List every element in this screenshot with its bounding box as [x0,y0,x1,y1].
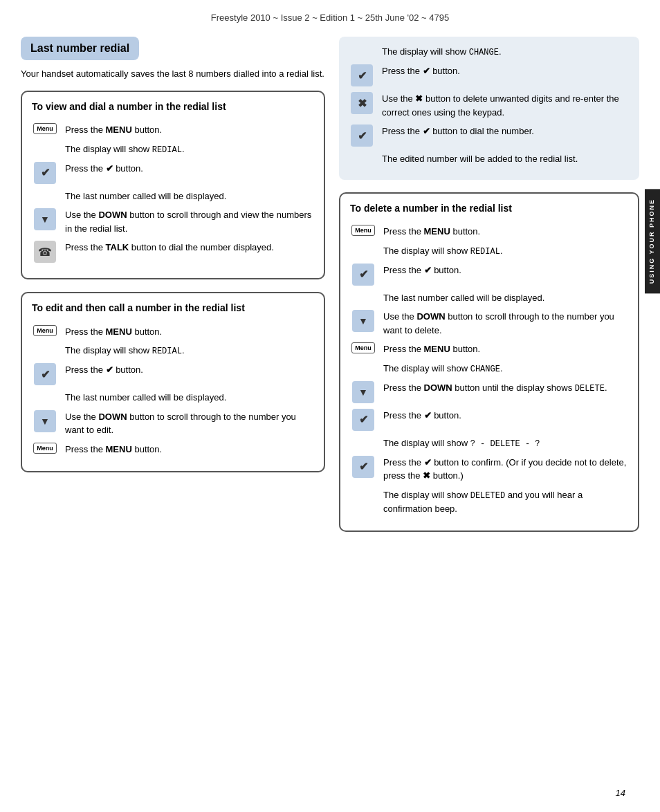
step-row: ✔ Press the ✔ button. [32,162,314,184]
step-row: The display will show CHANGE. [350,362,628,376]
step-row: The display will show REDIAL. [32,344,314,358]
step-row: ▼ Use the DOWN button to scroll through … [32,208,314,235]
step-row: The display will show REDIAL. [350,244,628,258]
step-row: Menu Press the MENU button. [32,123,314,137]
menu-button-icon: Menu [32,123,58,134]
right-column: The display will show CHANGE. ✔ Press th… [339,37,639,544]
step-row: ✔ Press the ✔ button to dial the number. [349,124,630,147]
view-dial-title: To view and dial a number in the redial … [32,100,314,114]
menu-button-icon: Menu [350,342,376,353]
step-row: The last number called will be displayed… [32,391,314,405]
step-row: ▼ Press the DOWN button until the displa… [350,381,628,403]
check-icon: ✔ [350,264,376,286]
step-row: The display will show ? - DELETE - ? [350,436,628,450]
menu-button-icon: Menu [350,225,376,236]
step-row: ✔ Press the ✔ button. [32,363,314,385]
page-number: 14 [616,788,625,798]
down-icon: ▼ [350,310,376,332]
talk-icon: ☎ [32,241,58,263]
step-row: Menu Press the MENU button. [350,225,628,239]
check-icon: ✔ [350,409,376,431]
left-column: Last number redial Your handset automati… [21,37,325,544]
step-row: ✔ Press the ✔ button. [350,264,628,286]
step-row: Menu Press the MENU button. [32,443,314,456]
check-icon: ✔ [32,363,58,385]
step-row: The last number called will be displayed… [350,291,628,305]
side-tab: USING YOUR PHONE [645,189,660,293]
step-row: Menu Press the MENU button. [350,342,628,356]
step-row: The last number called will be displayed… [32,190,314,203]
down-icon: ▼ [350,381,376,403]
step-row: The display will show CHANGE. [349,45,630,59]
check-icon: ✔ [349,124,375,147]
step-row: ☎ Press the TALK button to dial the numb… [32,241,314,263]
check-icon: ✔ [32,162,58,184]
x-icon: ✖ [349,92,375,114]
check-icon: ✔ [349,64,375,86]
step-row: ✖ Use the ✖ button to delete unwanted di… [349,92,630,119]
edit-call-box: To edit and then call a number in the re… [21,292,325,472]
right-intro-box: The display will show CHANGE. ✔ Press th… [339,37,639,180]
step-row: ▼ Use the DOWN button to scroll through … [350,310,628,337]
section-title: Last number redial [21,37,139,60]
down-icon: ▼ [32,208,58,230]
step-row: The edited number will be added to the r… [349,152,630,166]
delete-box: To delete a number in the redial list Me… [339,192,639,533]
check-icon: ✔ [350,456,376,478]
intro-text: Your handset automatically saves the las… [21,67,325,81]
menu-button-icon: Menu [32,443,58,454]
delete-title: To delete a number in the redial list [350,202,628,216]
step-row: The display will show REDIAL. [32,142,314,156]
step-row: The display will show DELETED and you wi… [350,488,628,516]
edit-call-title: To edit and then call a number in the re… [32,302,314,315]
step-row: ✔ Press the ✔ button to confirm. (Or if … [350,456,628,483]
page-header: Freestyle 2010 ~ Issue 2 ~ Edition 1 ~ 2… [0,0,660,30]
menu-button-icon: Menu [32,325,58,336]
step-row: ✔ Press the ✔ button. [350,409,628,431]
step-row: Menu Press the MENU button. [32,325,314,339]
step-row: ✔ Press the ✔ button. [349,64,630,86]
view-dial-box: To view and dial a number in the redial … [21,91,325,280]
down-icon: ▼ [32,410,58,432]
step-row: ▼ Use the DOWN button to scroll through … [32,410,314,437]
